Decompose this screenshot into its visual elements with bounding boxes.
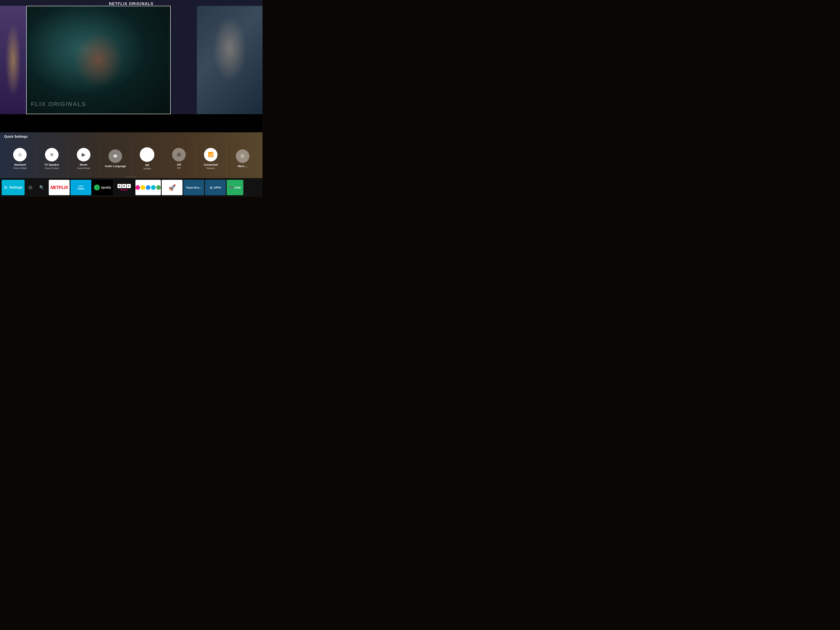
- qs-item-network[interactable]: 📶 Connected Network: [195, 141, 227, 177]
- app-prime-video[interactable]: prime video: [70, 180, 91, 195]
- itv-circle-pink: [136, 185, 140, 190]
- pip-label-main: Off: [177, 163, 181, 167]
- pip-icon: ⬛: [177, 153, 181, 157]
- rocketman-logo: 🚀: [169, 184, 176, 191]
- games-label: GAM: [234, 186, 241, 189]
- itv-circle-blue: [146, 185, 150, 190]
- app-games[interactable]: 🎮 GAM: [227, 180, 243, 195]
- network-wifi-icon: 📶: [208, 152, 213, 157]
- side-thumbnail-left[interactable]: [0, 6, 26, 114]
- netflix-content-area: NETFLIX ORIGINALS FLIX ORIGINALS: [0, 0, 262, 114]
- subtitle-circle: [140, 147, 155, 162]
- audio-language-icon: 💬: [113, 154, 118, 159]
- source-icon: ⊟: [28, 185, 32, 190]
- quick-settings-panel: Quick Settings ◎ Standard Picture Mode 🖥…: [0, 132, 262, 178]
- app-itv[interactable]: [136, 180, 161, 195]
- settings-button[interactable]: ⚙ Settings: [2, 180, 25, 195]
- network-circle: 📶: [204, 148, 218, 161]
- sound-mode-circle: ▶: [77, 148, 90, 161]
- itv-logo: [136, 185, 161, 190]
- netflix-logo: NETFLIX: [51, 185, 68, 190]
- app-bbc-iplayer[interactable]: B B C iPlayer: [114, 180, 134, 195]
- app-spotify[interactable]: ♪ Spotify: [92, 180, 113, 195]
- audio-language-label-main: Audio Language: [105, 164, 126, 168]
- qs-item-sound-output[interactable]: 🖥 TV Speaker Sound Output: [36, 141, 68, 177]
- itv-circle-yellow: [141, 185, 145, 190]
- settings-label: Settings: [9, 186, 22, 189]
- search-button[interactable]: 🔍: [36, 180, 47, 195]
- itv-circle-green: [156, 185, 161, 190]
- audio-language-circle: 💬: [109, 149, 122, 163]
- main-feature-thumbnail[interactable]: FLIX ORIGINALS: [26, 6, 171, 114]
- right-character: [197, 6, 262, 114]
- sound-output-circle: 🖥: [45, 148, 58, 161]
- qs-item-picture-mode[interactable]: ◎ Standard Picture Mode: [4, 141, 36, 177]
- picture-mode-icon: ◎: [18, 152, 22, 157]
- bbc-box-b: B: [117, 184, 122, 188]
- left-character: [0, 6, 26, 114]
- app-bar: ⚙ Settings ⊟ 🔍 NETFLIX prime video ♪ Spo…: [0, 178, 262, 197]
- iplayer-text: iPlayer: [120, 188, 128, 191]
- picture-mode-circle: ◎: [13, 148, 27, 161]
- bbc-iplayer-logo: B B C iPlayer: [117, 184, 131, 191]
- network-label-main: Connected: [204, 163, 218, 167]
- netflix-originals-title: NETFLIX ORIGINALS: [109, 2, 153, 6]
- search-icon: 🔍: [39, 185, 44, 190]
- apps-grid-icon: ⊞: [210, 186, 213, 189]
- qs-item-more[interactable]: ⚙ More ...: [227, 141, 258, 177]
- itv-circle-cyan: [151, 185, 156, 190]
- unsolved-watermark: FLIX ORIGINALS: [31, 101, 86, 107]
- tv-screen: NETFLIX ORIGINALS FLIX ORIGINALS SAMSUNG…: [0, 0, 262, 197]
- qs-item-subtitle[interactable]: Off Subtitle: [131, 141, 163, 177]
- spotify-logo: ♪ Spotify: [94, 185, 111, 190]
- prime-video-logo: prime video: [77, 185, 84, 190]
- sound-mode-label-main: Movie: [80, 163, 87, 167]
- network-label-sub: Network: [207, 167, 215, 170]
- source-button[interactable]: ⊟: [25, 180, 36, 195]
- settings-icon: ⚙: [4, 185, 8, 190]
- side-thumbnail-right[interactable]: [197, 6, 262, 114]
- bbc-boxes: B B C: [117, 184, 131, 188]
- subtitle-label-sub: Subtitle: [143, 167, 151, 170]
- spotify-circle-icon: ♪: [94, 185, 100, 190]
- qs-item-audio-language[interactable]: 💬 Audio Language: [99, 141, 131, 177]
- app-netflix[interactable]: NETFLIX: [49, 180, 69, 195]
- sound-mode-label-sub: Sound Mode: [77, 167, 90, 170]
- bbc-box-b2: B: [122, 184, 126, 188]
- sound-output-label-main: TV Speaker: [44, 163, 59, 167]
- games-controller-icon: 🎮: [229, 186, 234, 189]
- qs-item-pip[interactable]: ⬛ Off PIP: [163, 141, 195, 177]
- pip-label-sub: PIP: [177, 167, 181, 170]
- bbc-box-c: C: [127, 184, 131, 188]
- more-circle: ⚙: [236, 149, 249, 163]
- app-apps[interactable]: ⊞ APPS: [205, 180, 226, 195]
- picture-mode-label-main: Standard: [14, 163, 26, 167]
- picture-mode-label-sub: Picture Mode: [13, 167, 27, 170]
- samsung-brand: SAMSUNG: [126, 176, 137, 178]
- feature-face-image: [27, 6, 170, 114]
- sound-output-icon: 🖥: [50, 152, 54, 157]
- sound-output-label-sub: Sound Output: [44, 167, 59, 170]
- apps-label: APPS: [214, 186, 221, 189]
- sound-mode-icon: ▶: [82, 152, 85, 158]
- subtitle-label-main: Off: [145, 164, 149, 167]
- app-rocketman[interactable]: 🚀: [162, 180, 183, 195]
- flash-drive-label: Flash Driv...: [186, 186, 202, 189]
- qs-item-sound-mode[interactable]: ▶ Movie Sound Mode: [68, 141, 99, 177]
- more-label-main: More ...: [238, 164, 247, 168]
- rocketman-icon: 🚀: [169, 184, 176, 191]
- quick-settings-items: ◎ Standard Picture Mode 🖥 TV Speaker Sou…: [4, 141, 258, 177]
- app-flash-drive[interactable]: Flash Driv...: [183, 180, 204, 195]
- pip-circle: ⬛: [172, 148, 186, 161]
- more-gear-icon: ⚙: [240, 153, 245, 159]
- quick-settings-title: Quick Settings: [4, 135, 258, 139]
